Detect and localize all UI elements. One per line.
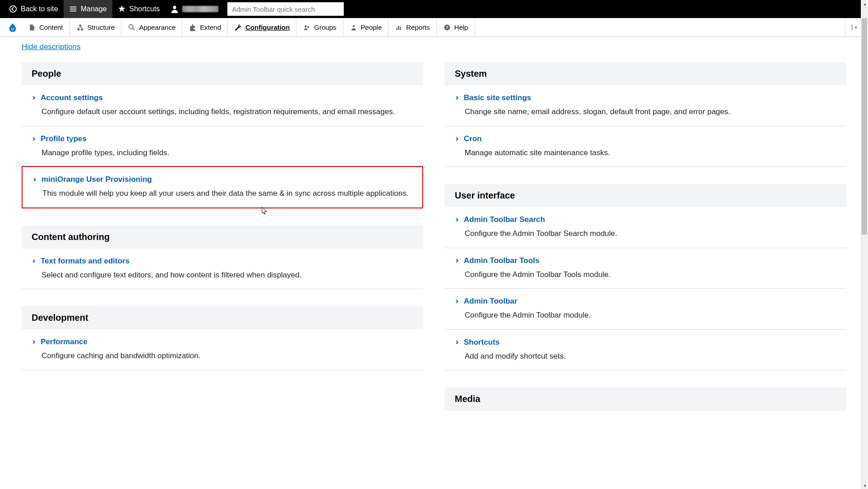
admin-search-input[interactable] [227, 2, 344, 16]
menu-reports[interactable]: Reports [388, 18, 437, 37]
config-item-link[interactable]: Profile types [32, 134, 413, 143]
svg-text:?: ? [446, 25, 448, 30]
config-item-description: Configure the Admin Toolbar module. [465, 309, 836, 321]
section-header: Development [22, 306, 423, 329]
chevron-right-icon [32, 337, 36, 346]
manage-button[interactable]: Manage [64, 0, 112, 18]
config-item-link[interactable]: Performance [32, 337, 413, 346]
config-item-description: Configure caching and bandwidth optimiza… [42, 350, 413, 362]
scrollbar-thumb[interactable] [862, 18, 867, 235]
config-item-link[interactable]: Admin Toolbar Search [455, 215, 836, 224]
star-icon [118, 5, 126, 13]
menu-label: Configuration [245, 23, 290, 31]
menu-people[interactable]: People [343, 18, 389, 37]
menu-content[interactable]: Content [22, 18, 70, 37]
svg-rect-7 [79, 24, 81, 26]
section-header: System [445, 62, 846, 85]
chevron-right-icon [455, 134, 459, 143]
config-item-link[interactable]: Text formats and editors [32, 257, 413, 266]
groups-icon [303, 23, 311, 32]
search-container [227, 2, 344, 16]
menu-label: Groups [314, 23, 336, 31]
drupal-logo[interactable] [4, 18, 22, 37]
document-icon [28, 23, 36, 32]
config-item: Text formats and editorsSelect and confi… [22, 249, 423, 290]
config-item-title: Shortcuts [464, 338, 499, 347]
config-item-link[interactable]: Admin Toolbar [455, 297, 836, 306]
config-item-link[interactable]: Shortcuts [455, 338, 836, 347]
menu-configuration[interactable]: Configuration [228, 18, 296, 37]
config-section: Media [445, 388, 846, 411]
user-icon [171, 5, 179, 13]
config-item: ShortcutsAdd and modify shortcut sets. [445, 330, 846, 371]
svg-point-4 [173, 6, 176, 9]
admin-menu: Content Structure Appearance Extend Conf… [0, 18, 868, 37]
page-content: Hide descriptions PeopleAccount settings… [0, 37, 868, 437]
menu-label: Reports [406, 23, 430, 31]
config-item-title: Text formats and editors [41, 257, 129, 266]
config-section: User interfaceAdmin Toolbar SearchConfig… [445, 184, 846, 370]
help-icon: ? [443, 23, 451, 32]
config-item-link[interactable]: Basic site settings [455, 93, 836, 102]
config-section: Content authoringText formats and editor… [22, 226, 423, 290]
menu-label: People [361, 23, 382, 31]
chevron-right-icon [32, 93, 36, 102]
svg-rect-14 [397, 28, 397, 30]
config-item-link[interactable]: Cron [455, 134, 836, 143]
shortcuts-button[interactable]: Shortcuts [112, 0, 166, 18]
structure-icon [76, 23, 84, 32]
right-column: SystemBasic site settingsChange site nam… [445, 62, 846, 428]
menu-appearance[interactable]: Appearance [121, 18, 182, 37]
config-section: SystemBasic site settingsChange site nam… [445, 62, 846, 167]
back-to-site-button[interactable]: Back to site [4, 0, 64, 18]
config-item-title: Performance [41, 337, 88, 346]
chevron-right-icon [32, 175, 37, 184]
config-item: Profile typesManage profile types, inclu… [22, 126, 423, 167]
svg-rect-16 [400, 27, 401, 30]
svg-rect-15 [398, 26, 399, 30]
config-item-title: Account settings [41, 93, 103, 102]
config-item-description: Change site name, email address, slogan,… [465, 106, 836, 118]
config-item-link[interactable]: Admin Toolbar Tools [455, 256, 836, 265]
chevron-right-icon [455, 338, 459, 347]
arrow-left-circle-icon [9, 5, 17, 13]
hide-descriptions-link[interactable]: Hide descriptions [22, 42, 80, 51]
section-header: Content authoring [22, 226, 423, 249]
chevron-right-icon [32, 134, 36, 143]
chevron-right-icon [455, 93, 459, 102]
config-item-description: Manage automatic site maintenance tasks. [465, 147, 836, 159]
config-item-title: Profile types [41, 134, 87, 143]
svg-point-11 [305, 25, 307, 28]
menu-label: Appearance [139, 23, 175, 31]
svg-point-13 [352, 25, 355, 27]
config-item-link[interactable]: miniOrange User Provisioning [32, 175, 412, 184]
menu-extend[interactable]: Extend [182, 18, 228, 37]
hamburger-icon [69, 5, 77, 13]
menu-help[interactable]: ? Help [437, 18, 475, 37]
section-header: User interface [445, 184, 846, 207]
config-item-description: Manage profile types, including fields. [42, 147, 413, 159]
menu-label: Structure [88, 23, 115, 31]
user-account-button[interactable] [165, 0, 224, 18]
chevron-right-icon [455, 256, 459, 265]
config-item-title: Admin Toolbar Tools [464, 256, 539, 265]
back-to-site-label: Back to site [21, 5, 58, 13]
config-item: miniOrange User ProvisioningThis module … [22, 166, 423, 208]
menu-label: Help [454, 23, 468, 31]
scroll-up-button[interactable]: ▴ [861, 0, 868, 7]
chevron-right-icon [32, 257, 36, 266]
config-section: DevelopmentPerformanceConfigure caching … [22, 306, 423, 370]
config-item-title: miniOrange User Provisioning [42, 175, 152, 184]
svg-rect-1 [70, 7, 76, 8]
menu-groups[interactable]: Groups [296, 18, 343, 37]
config-item-link[interactable]: Account settings [32, 93, 413, 102]
config-item-title: Cron [464, 134, 482, 143]
config-item: Admin Toolbar ToolsConfigure the Admin T… [445, 248, 846, 289]
config-item-description: Add and modify shortcut sets. [465, 351, 836, 362]
menu-structure[interactable]: Structure [70, 18, 122, 37]
svg-rect-3 [70, 11, 76, 12]
config-item: CronManage automatic site maintenance ta… [445, 126, 846, 167]
config-item-description: Configure the Admin Toolbar Tools module… [465, 269, 836, 281]
config-item-title: Basic site settings [464, 93, 531, 102]
scrollbar[interactable]: ▴ ▾ [861, 0, 868, 437]
